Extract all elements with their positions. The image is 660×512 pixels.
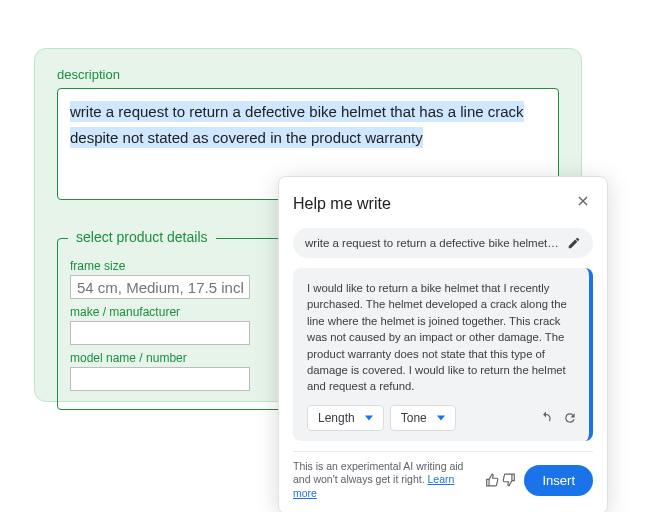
fieldset-legend: select product details xyxy=(68,229,216,245)
frame-size-input[interactable] xyxy=(70,275,250,299)
generated-text: I would like to return a bike helmet tha… xyxy=(307,280,577,395)
popover-header: Help me write xyxy=(293,191,593,216)
feedback-icons xyxy=(485,473,516,487)
tone-label: Tone xyxy=(401,411,427,425)
undo-icon[interactable] xyxy=(539,411,553,425)
help-me-write-popover: Help me write write a request to return … xyxy=(278,176,608,512)
insert-button[interactable]: Insert xyxy=(524,465,593,496)
model-input[interactable] xyxy=(70,367,250,391)
length-label: Length xyxy=(318,411,355,425)
chevron-down-icon xyxy=(365,414,373,422)
length-selector[interactable]: Length xyxy=(307,405,384,431)
description-text: write a request to return a defective bi… xyxy=(70,101,524,148)
prompt-preview-row[interactable]: write a request to return a defective bi… xyxy=(293,228,593,258)
popover-title: Help me write xyxy=(293,195,391,213)
disclaimer-text: This is an experimental AI writing aid a… xyxy=(293,460,477,501)
prompt-preview-text: write a request to return a defective bi… xyxy=(305,237,559,249)
refresh-icon[interactable] xyxy=(563,411,577,425)
edit-icon[interactable] xyxy=(567,236,581,250)
action-icons xyxy=(539,411,577,425)
description-label: description xyxy=(57,67,559,82)
tone-selector[interactable]: Tone xyxy=(390,405,456,431)
chevron-down-icon xyxy=(437,414,445,422)
controls-row: Length Tone xyxy=(307,405,577,431)
generated-result-card: I would like to return a bike helmet tha… xyxy=(293,268,593,441)
thumbs-up-icon[interactable] xyxy=(485,473,499,487)
make-input[interactable] xyxy=(70,321,250,345)
thumbs-down-icon[interactable] xyxy=(502,473,516,487)
popover-footer: This is an experimental AI writing aid a… xyxy=(293,451,593,501)
close-icon[interactable] xyxy=(573,191,593,216)
